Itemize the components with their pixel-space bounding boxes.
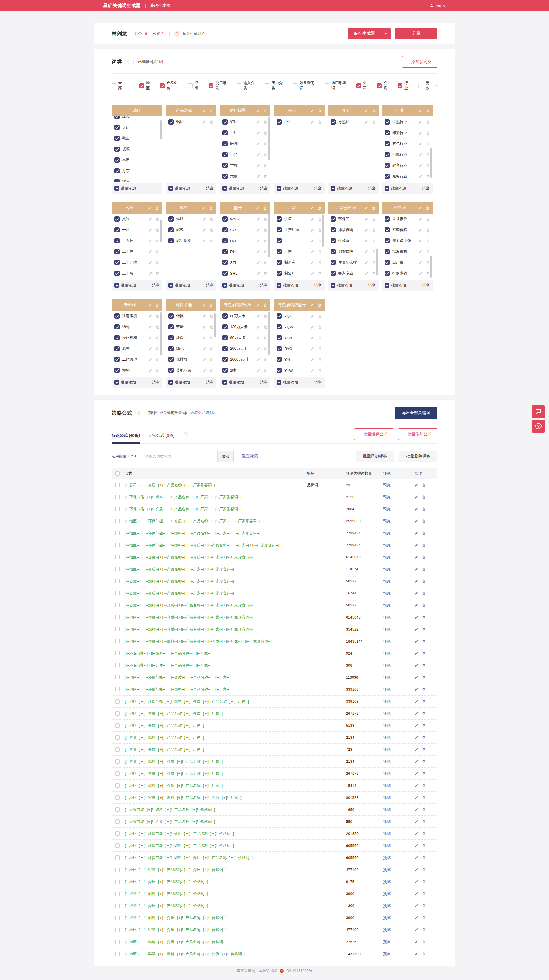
- edit-item-icon[interactable]: [257, 131, 260, 135]
- preview-link[interactable]: 预览: [383, 651, 390, 655]
- edit-item-icon[interactable]: [419, 164, 422, 167]
- filter-压力分类[interactable]: 压力分类: [265, 80, 286, 91]
- formula-token[interactable]: [!--厂家形容词--]: [207, 567, 234, 572]
- checkbox-icon[interactable]: [209, 83, 213, 88]
- checkbox-checked-icon[interactable]: [276, 216, 282, 221]
- formula-token[interactable]: [!--产品名称--]: [189, 519, 211, 524]
- batch-add-button[interactable]: +批量添加: [168, 186, 190, 191]
- clear-button[interactable]: 清空: [314, 380, 322, 385]
- checkbox-checked-icon[interactable]: [222, 141, 228, 146]
- formula-token[interactable]: [!--地区--]: [125, 519, 140, 524]
- delete-category-icon[interactable]: [317, 109, 321, 113]
- checkbox-checked-icon[interactable]: [330, 271, 336, 276]
- edit-item-icon[interactable]: [257, 239, 260, 243]
- nav-my-generators[interactable]: 我的生成器: [150, 3, 170, 8]
- formula-token[interactable]: [!--价格词--]: [215, 843, 234, 848]
- edit-formula-icon[interactable]: [415, 687, 418, 691]
- formula-token[interactable]: [!--地区--]: [125, 723, 140, 728]
- preview-link[interactable]: 预览: [383, 675, 390, 679]
- batch-add-button[interactable]: +批量添加: [276, 283, 298, 288]
- formula-token[interactable]: [!--燃料--]: [144, 891, 159, 896]
- delete-item-icon[interactable]: [264, 131, 268, 135]
- delete-formula-icon[interactable]: [422, 495, 426, 499]
- formula-token[interactable]: [!--容量--]: [125, 579, 140, 584]
- formula-token[interactable]: [!--价格词--]: [233, 855, 253, 861]
- preview-link[interactable]: 预览: [383, 591, 390, 595]
- delete-item-icon[interactable]: [264, 261, 268, 264]
- filter-介质[interactable]: 介质: [377, 80, 391, 91]
- formula-token[interactable]: [!--容量--]: [125, 747, 140, 752]
- formula-token[interactable]: [!--产品名称--]: [162, 591, 185, 596]
- formula-token[interactable]: [!--厂家--]: [196, 663, 211, 668]
- checkbox-checked-icon[interactable]: [330, 216, 336, 221]
- delete-formula-icon[interactable]: [422, 627, 426, 631]
- formula-token[interactable]: [!--环保节能--]: [125, 495, 148, 500]
- clear-button[interactable]: 清空: [260, 380, 268, 385]
- edit-item-icon[interactable]: [257, 217, 260, 221]
- checkbox-checked-icon[interactable]: [222, 346, 228, 351]
- edit-item-icon[interactable]: [419, 250, 422, 254]
- edit-formula-icon[interactable]: [415, 736, 418, 739]
- formula-token[interactable]: [!--产品名称--]: [181, 627, 204, 632]
- preview-link[interactable]: 预览: [383, 543, 390, 547]
- edit-formula-icon[interactable]: [415, 483, 418, 487]
- formula-token[interactable]: [!--产品名称--]: [181, 603, 204, 608]
- delete-category-icon[interactable]: [209, 303, 213, 307]
- delete-item-icon[interactable]: [156, 325, 160, 329]
- preview-link[interactable]: 预览: [383, 916, 390, 920]
- formula-token[interactable]: [!--地区--]: [125, 831, 140, 836]
- batch-add-button[interactable]: +批量添加: [385, 283, 406, 288]
- edit-item-icon[interactable]: [202, 217, 206, 221]
- wordcat-item-list[interactable]: 80万大卡120万大卡60万大卡200万大卡2000万大卡1吨2吨: [220, 310, 270, 376]
- checkbox-checked-icon[interactable]: [276, 335, 282, 340]
- checkbox-icon[interactable]: [115, 627, 119, 632]
- formula-token[interactable]: [!--燃料--]: [162, 639, 178, 644]
- checkbox-icon[interactable]: [115, 904, 119, 908]
- checkbox-checked-icon[interactable]: [114, 313, 119, 318]
- checkbox-checked-icon[interactable]: [330, 119, 336, 124]
- delete-item-icon[interactable]: [264, 314, 268, 318]
- delete-item-icon[interactable]: [426, 120, 430, 124]
- checkbox-checked-icon[interactable]: [385, 119, 390, 124]
- help-icon[interactable]: ?: [184, 432, 188, 436]
- checkbox-icon[interactable]: [115, 675, 119, 679]
- edit-item-icon[interactable]: [202, 358, 206, 361]
- formula-token[interactable]: [!--产品名称--]: [170, 663, 193, 668]
- formula-token[interactable]: [!--产品名称--]: [162, 711, 185, 716]
- scrollbar-thumb[interactable]: [214, 313, 216, 337]
- batch-add-button[interactable]: +批量添加: [114, 186, 136, 191]
- formula-token[interactable]: [!--介质--]: [170, 519, 185, 524]
- edit-formula-icon[interactable]: [415, 748, 418, 751]
- edit-formula-icon[interactable]: [415, 651, 418, 655]
- delete-item-icon[interactable]: [372, 261, 376, 264]
- delete-formula-icon[interactable]: [422, 700, 426, 703]
- batch-add-button[interactable]: +批量添加: [168, 283, 190, 288]
- delete-item-icon[interactable]: [264, 228, 268, 232]
- checkbox-checked-icon[interactable]: [114, 368, 119, 373]
- delete-formula-icon[interactable]: [422, 663, 426, 667]
- formula-token[interactable]: [!--容量--]: [144, 711, 159, 716]
- wordcat-item-list[interactable]: 燃煤燃气燃生物质: [165, 213, 216, 279]
- delete-item-icon[interactable]: [264, 164, 268, 167]
- preview-link[interactable]: 预览: [383, 687, 390, 692]
- formula-token[interactable]: [!--厂家形容词--]: [207, 591, 234, 596]
- checkbox-checked-icon[interactable]: [168, 357, 174, 362]
- formula-token[interactable]: [!--介质--]: [207, 639, 223, 644]
- formula-token[interactable]: [!--厂家--]: [207, 783, 223, 788]
- formula-token[interactable]: [!--容量--]: [144, 555, 159, 560]
- edit-formula-icon[interactable]: [415, 928, 418, 932]
- edit-item-icon[interactable]: [311, 217, 314, 221]
- delete-formula-icon[interactable]: [422, 916, 426, 920]
- edit-item-icon[interactable]: [419, 239, 422, 243]
- delete-item-icon[interactable]: [264, 325, 268, 329]
- formula-token[interactable]: [!--产品名称--]: [189, 531, 211, 536]
- preview-link[interactable]: 预览: [383, 639, 390, 643]
- delete-formula-icon[interactable]: [422, 579, 426, 583]
- formula-token[interactable]: [!--厂家形容词--]: [233, 519, 260, 524]
- preview-link[interactable]: 预览: [383, 507, 390, 511]
- filter-通用形容词[interactable]: 通用形容词: [325, 80, 349, 91]
- edit-item-icon[interactable]: [365, 120, 368, 124]
- checkbox-checked-icon[interactable]: [276, 249, 282, 254]
- delete-item-icon[interactable]: [318, 314, 322, 318]
- formula-token[interactable]: [!--燃料--]: [170, 843, 185, 848]
